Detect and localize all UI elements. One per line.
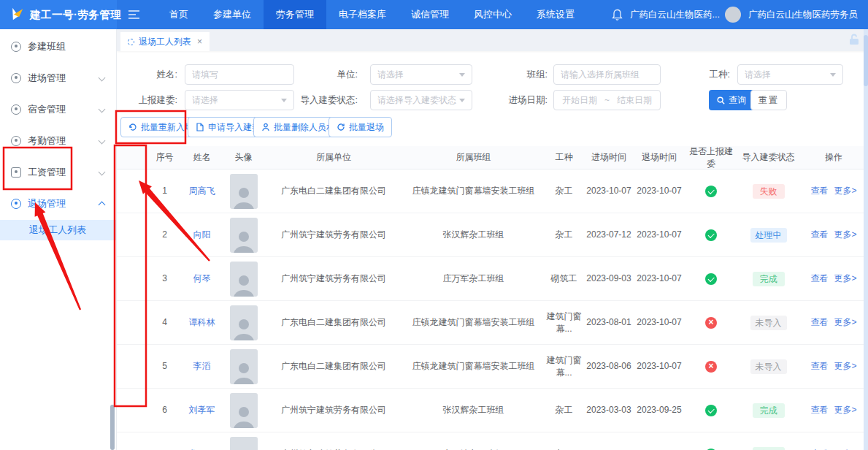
chevron-down-icon	[99, 75, 106, 82]
reported-icon	[705, 229, 717, 241]
worker-worktype: 杂工	[544, 229, 584, 240]
sidebar-item-entry-management[interactable]: 进场管理	[0, 67, 116, 88]
worker-photo[interactable]	[230, 349, 258, 384]
sidebar-item-exit-management[interactable]: 退场管理	[0, 193, 116, 214]
import-status-badge: 处理中	[750, 228, 787, 243]
worker-photo[interactable]	[230, 393, 258, 428]
person-icon	[261, 123, 270, 131]
top-navbar: 建工一号·劳务管理 首页 参建单位 劳务管理 电子档案库 诚信管理 风控中心 系…	[0, 0, 868, 29]
row-index: 6	[148, 404, 181, 416]
name-placeholder: 请填写	[192, 69, 287, 81]
enter-date: 2023-03-03	[584, 404, 634, 416]
content-scrollbar[interactable]	[864, 29, 868, 450]
current-project-name[interactable]: 广药白云山生物医药...	[630, 9, 718, 21]
worker-name-link[interactable]: 何琴	[193, 273, 211, 283]
worker-worktype: 建筑门窗幕...	[544, 354, 584, 378]
view-link[interactable]: 查看	[810, 361, 828, 371]
nav-system-settings[interactable]: 系统设置	[524, 0, 587, 29]
worker-photo[interactable]	[230, 174, 258, 209]
worker-photo[interactable]	[230, 437, 258, 450]
sidebar-item-label: 进场管理	[28, 72, 66, 85]
table-header-row: 序号 姓名 头像 所属单位 所属班组 工种 进场时间 退场时间 是否上报建委 导…	[117, 146, 868, 169]
nav-participating-units[interactable]: 参建单位	[201, 0, 264, 29]
sidebar-subitem-exit-worker-list[interactable]: 退场工人列表	[0, 220, 116, 240]
chevron-down-icon	[99, 106, 106, 113]
sidebar-item-label: 参建班组	[28, 40, 66, 53]
unit-select[interactable]: 请选择	[370, 64, 472, 85]
sidebar: 参建班组 进场管理 宿舍管理 考勤管理 工资管理 退场管理 退场工人列表	[0, 29, 117, 450]
team-input[interactable]: 请输入选择所属班组	[553, 64, 661, 85]
nav-integrity[interactable]: 诚信管理	[399, 0, 461, 29]
filter-name-label: 姓名:	[119, 64, 177, 85]
sidebar-item-wage-management[interactable]: 工资管理	[0, 161, 116, 183]
more-link[interactable]: 更多>	[834, 186, 856, 196]
worker-worktype: 杂工	[544, 185, 584, 197]
sidebar-scrollbar[interactable]	[110, 405, 115, 450]
import-status-select[interactable]: 请选择导入建委状态	[370, 90, 472, 110]
more-link[interactable]: 更多>	[834, 405, 856, 415]
view-link[interactable]: 查看	[810, 405, 828, 415]
worker-name-link[interactable]: 周高飞	[189, 186, 215, 196]
sidebar-item-attendance-management[interactable]: 考勤管理	[0, 130, 116, 151]
worker-worktype: 砌筑工	[544, 272, 584, 284]
more-link[interactable]: 更多>	[834, 229, 856, 240]
dorm-icon	[11, 104, 21, 115]
tab-close-icon[interactable]: ×	[197, 37, 202, 47]
worktype-placeholder: 请选择	[745, 69, 830, 81]
worktype-select[interactable]: 请选择	[737, 64, 843, 85]
row-index: 5	[148, 360, 181, 372]
col-photo: 头像	[223, 151, 264, 163]
worker-photo[interactable]	[230, 218, 258, 253]
table-row: 5 李滔 广东电白二建集团有限公司 庄镇龙建筑门窗幕墙安装工班组 建筑门窗幕..…	[117, 345, 868, 389]
name-input[interactable]: 请填写	[185, 64, 294, 85]
col-actions: 操作	[799, 151, 868, 163]
filter-team-label: 班组:	[489, 64, 548, 85]
search-button[interactable]: 查询	[709, 90, 754, 110]
batch-exit-label: 批量退场	[349, 121, 384, 134]
row-index: 1	[148, 185, 181, 197]
unit-placeholder: 请选择	[377, 69, 459, 81]
worker-unit: 广州筑宁建筑劳务有限公司	[264, 229, 403, 240]
notification-bell-icon[interactable]	[612, 9, 623, 21]
reported-icon	[705, 361, 717, 373]
view-link[interactable]: 查看	[810, 229, 828, 240]
sidebar-item-teams[interactable]: 参建班组	[0, 36, 116, 57]
user-avatar[interactable]	[725, 7, 741, 23]
worker-name-link[interactable]: 谭科林	[189, 317, 215, 327]
worker-unit: 广东电白二建集团有限公司	[264, 316, 403, 328]
import-status-badge: 完成	[753, 447, 785, 450]
lock-icon[interactable]	[849, 34, 859, 45]
worker-photo[interactable]	[230, 305, 258, 340]
batch-exit-button[interactable]: 批量退场	[329, 117, 392, 137]
more-link[interactable]: 更多>	[834, 361, 856, 371]
view-link[interactable]: 查看	[810, 186, 828, 196]
report-select[interactable]: 请选择	[185, 90, 294, 110]
more-link[interactable]: 更多>	[834, 317, 856, 327]
nav-labor-management[interactable]: 劳务管理	[264, 0, 326, 29]
nav-risk-center[interactable]: 风控中心	[461, 0, 524, 29]
worker-photo[interactable]	[230, 262, 258, 297]
worker-team: 庄万军杂工班组	[403, 272, 544, 284]
reported-icon	[705, 186, 717, 197]
nav-e-archives[interactable]: 电子档案库	[326, 0, 399, 29]
worker-name-link[interactable]: 向阳	[193, 229, 211, 240]
user-name[interactable]: 广药白云山生物医药劳务员	[748, 9, 858, 21]
wage-icon	[11, 167, 21, 178]
more-link[interactable]: 更多>	[834, 273, 856, 283]
col-index: 序号	[148, 151, 181, 163]
collapse-menu-icon[interactable]	[117, 0, 151, 29]
view-link[interactable]: 查看	[810, 273, 828, 283]
nav-home[interactable]: 首页	[157, 0, 201, 29]
reset-button[interactable]: 重置	[750, 90, 787, 110]
view-link[interactable]: 查看	[810, 317, 828, 327]
sidebar-item-dorm-management[interactable]: 宿舍管理	[0, 99, 116, 120]
worker-unit: 广州筑宁建筑劳务有限公司	[264, 404, 403, 416]
worker-name-link[interactable]: 李滔	[193, 361, 211, 371]
worker-team: 庄镇龙建筑门窗幕墙安装工班组	[403, 185, 544, 197]
table-row: 2 向阳 广州筑宁建筑劳务有限公司 张汉辉杂工班组 杂工 2023-07-12 …	[117, 213, 868, 257]
worker-name-link[interactable]: 刘孝军	[189, 405, 215, 415]
entry-date-range-input[interactable]: 开始日期 ~ 结束日期	[553, 90, 661, 110]
tab-exit-worker-list[interactable]: 退场工人列表 ×	[120, 32, 210, 51]
chevron-down-icon	[99, 169, 106, 176]
worker-worktype: 杂工	[544, 404, 584, 416]
